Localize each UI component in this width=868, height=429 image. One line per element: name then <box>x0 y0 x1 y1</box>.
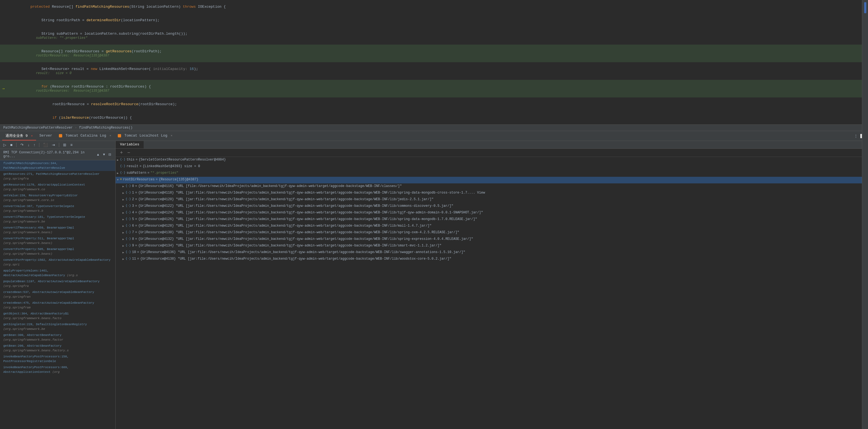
frame-item-18[interactable]: invokeBeanFactoryPostProcessors:150, Pos… <box>0 353 115 364</box>
watch-btn[interactable]: ≡ <box>69 142 73 148</box>
var-expand-6[interactable]: ▶ <box>121 224 125 228</box>
frames-list: findPathMatchingResources:344, PathMatch… <box>0 160 115 429</box>
frame-item-11[interactable]: populateBean:1197, AbstractAutowireCapab… <box>0 278 115 289</box>
frame-item-10[interactable]: applyPropertyValues:1461, AbstractAutowi… <box>0 268 115 278</box>
var-expand-8[interactable]: ▶ <box>121 237 125 241</box>
frame-item-8[interactable]: convertForProperty:505, BeanWrapperImpl … <box>0 246 115 257</box>
var-value-1: {UrlResource@4118} "URL [jar:file:/Users… <box>138 191 485 195</box>
frames-filter-btn[interactable]: ⊟ <box>107 152 112 157</box>
stepout-btn[interactable]: ↑ <box>32 142 36 148</box>
frame-item-6[interactable]: convertIfNecessary:459, BeanWrapperImpl … <box>0 225 115 235</box>
var-eq-subpattern: = <box>148 171 149 175</box>
var-row-this[interactable]: ▶ {·} this = {ServletContextResourcePatt… <box>116 157 868 164</box>
frame-item-0[interactable]: findPathMatchingResources:344, PathMatch… <box>0 160 115 171</box>
var-row-result[interactable]: ▶ {·} result = {LinkedHashSet@4393} size… <box>116 164 868 170</box>
var-expand-10[interactable]: ▶ <box>121 250 125 255</box>
var-row-9[interactable]: ▶ {·} 9 = {UrlResource@4134} "URL [jar:f… <box>116 243 868 250</box>
var-row-7[interactable]: ▶ {·} 7 = {UrlResource@4130} "URL [jar:f… <box>116 230 868 236</box>
var-expand-rootdir[interactable]: ▼ <box>116 178 120 182</box>
var-row-4[interactable]: ▶ {·} 4 = {UrlResource@4124} "URL [jar:f… <box>116 210 868 217</box>
frame-item-3[interactable]: setValue:159, ResourceArrayPropertyEdito… <box>0 193 115 203</box>
var-row-3[interactable]: ▶ {·} 3 = {UrlResource@4122} "URL [jar:f… <box>116 203 868 210</box>
frame-item-12[interactable]: createBean:537, AbstractAutowireCapableB… <box>0 289 115 300</box>
frame-item-1[interactable]: getResources:271, PathMatchingResourcePa… <box>0 171 115 182</box>
var-row-0[interactable]: ▶ {·} 0 = {UrlResource@4116} "URL [file:… <box>116 183 868 190</box>
stepover-btn[interactable]: ↷ <box>19 142 25 148</box>
variables-tab-btn[interactable]: Variables <box>116 141 144 148</box>
code-line-7: rootDirResource = resolveRootDirResource… <box>0 97 868 111</box>
var-row-11[interactable]: ▶ {·} 11 = {UrlResource@4138} "URL [jar:… <box>116 256 868 263</box>
var-expand-subpattern[interactable]: ▶ <box>116 171 120 175</box>
var-row-1[interactable]: ▶ {·} 1 = {UrlResource@4118} "URL [jar:f… <box>116 190 868 197</box>
frame-item-7[interactable]: convertForProperty:511, BeanWrapperImpl … <box>0 235 115 246</box>
var-expand-2[interactable]: ▶ <box>121 197 125 202</box>
frame-item-17[interactable]: getBean:200, AbstractBeanFactory (org.sp… <box>0 343 115 353</box>
var-icon-3: {·} <box>125 204 131 207</box>
frames-up-btn[interactable]: ▲ <box>95 152 100 157</box>
stepinto-btn[interactable]: ↓ <box>26 142 31 148</box>
frame-name-14: getObject:304, AbstractBeanFactory$1 <box>3 312 69 315</box>
dot2: .length()); <box>164 32 187 36</box>
frame-item-19[interactable]: invokeBeanFactoryPostProcessors:609, Abs… <box>0 364 115 375</box>
breadcrumb-sep: › <box>75 126 77 130</box>
frame-name-10: applyPropertyValues:1461, AbstractAutowi… <box>3 269 67 277</box>
var-value-7: {UrlResource@4130} "URL [jar:file:/Users… <box>138 230 459 234</box>
var-row-subpattern[interactable]: ▶ {·} subPattern = "*.properties" <box>116 170 868 177</box>
code-content-2: String rootDirPath = determineRootDir(lo… <box>11 14 868 26</box>
stop-btn[interactable]: ■ <box>9 142 13 148</box>
var-expand-5[interactable]: ▶ <box>121 217 125 222</box>
var-row-10[interactable]: ▶ {·} 10 = {UrlResource@4136} "URL [jar:… <box>116 250 868 256</box>
frame-item-14[interactable]: getObject:304, AbstractBeanFactory$1 (or… <box>0 311 115 321</box>
code-content-7: rootDirResource = resolveRootDirResource… <box>11 98 868 110</box>
tab-server[interactable]: Server <box>36 132 56 140</box>
skipbreakpoints-btn[interactable]: ⇥ <box>51 142 56 148</box>
remove-watch-btn[interactable]: − <box>125 149 133 156</box>
semicolon: ); <box>194 67 198 71</box>
var-expand-9[interactable]: ▶ <box>121 244 125 248</box>
var-expand-3[interactable]: ▶ <box>121 204 125 208</box>
frame-item-15[interactable]: getSingleton:228, DefaultSingletonBeanRe… <box>0 321 115 332</box>
var-row-5[interactable]: ▶ {·} 5 = {UrlResource@4126} "URL [jar:f… <box>116 217 868 223</box>
assign2: = <box>78 32 84 36</box>
keyword-new: new <box>91 67 99 71</box>
evaluate-btn[interactable]: ⊞ <box>62 142 67 148</box>
var-expand-0[interactable]: ▶ <box>121 184 125 189</box>
tab-catalina[interactable]: Tomcat Catalina Log × <box>56 132 115 140</box>
var-row-2[interactable]: ▶ {·} 2 = {UrlResource@4120} "URL [jar:f… <box>116 197 868 203</box>
catalina-close[interactable]: × <box>110 134 112 137</box>
var-expand-1[interactable]: ▶ <box>121 191 125 195</box>
code-line-3: String subPattern = locationPattern.subs… <box>0 27 868 45</box>
runtohere-btn[interactable]: ⬛ <box>42 142 49 148</box>
frame-name-17: getBean:200, AbstractBeanFactory <box>3 344 61 347</box>
frame-class-8: (org.springframework.beans) <box>3 252 52 256</box>
var-value-10: {UrlResource@4136} "URL [jar:file:/Users… <box>140 250 465 254</box>
var-expand-4[interactable]: ▶ <box>121 211 125 215</box>
scrollbar-thumb[interactable] <box>864 2 866 13</box>
var-expand-11[interactable]: ▶ <box>121 257 125 261</box>
frame-item-5[interactable]: convertIfNecessary:181, TypeConverterDel… <box>0 214 115 225</box>
frame-item-9[interactable]: convertForProperty:1502, AbstractAutowir… <box>0 257 115 268</box>
frame-item-2[interactable]: getResources:1170, AbstractApplicationCo… <box>0 182 115 193</box>
var-row-rootdirresources[interactable]: ▼ ≡ rootDirResources = {Resource[135]@43… <box>116 177 868 183</box>
frame-name-16: getBean:300, AbstractBeanFactory <box>3 334 61 337</box>
tab-all-services[interactable]: 通用全业务 9 × <box>2 132 36 140</box>
frame-item-4[interactable]: convertValue:367, TypeConverterDelegate … <box>0 203 115 214</box>
frames-down-btn[interactable]: ▼ <box>101 152 106 157</box>
var-expand-7[interactable]: ▶ <box>121 230 125 235</box>
tab-localhost[interactable]: Tomcat Localhost Log × <box>115 132 176 140</box>
frame-item-13[interactable]: createBean:475, AbstractAutowireCapableB… <box>0 300 115 311</box>
colon: : <box>104 85 110 89</box>
var-row-8[interactable]: ▶ {·} 8 = {UrlResource@4132} "URL [jar:f… <box>116 236 868 243</box>
resume-btn[interactable]: ▷ <box>2 142 7 148</box>
variables-panel: Variables + − ▶ {·} this = <box>116 141 868 429</box>
more-options-btn[interactable]: ⋮ <box>853 133 859 139</box>
localhost-close[interactable]: × <box>170 134 173 137</box>
tab-badge: × <box>31 134 33 138</box>
frame-item-16[interactable]: getBean:300, AbstractBeanFactory (org.sp… <box>0 332 115 343</box>
add-watch-btn[interactable]: + <box>118 149 125 156</box>
variables-tabs: Variables <box>116 141 868 149</box>
var-row-6[interactable]: ▶ {·} 6 = {UrlResource@4128} "URL [jar:f… <box>116 223 868 230</box>
var-value-result: {LinkedHashSet@4393} size = 0 <box>143 164 200 168</box>
var-expand-result[interactable]: ▶ <box>116 164 120 169</box>
var-expand-this[interactable]: ▶ <box>116 158 120 162</box>
